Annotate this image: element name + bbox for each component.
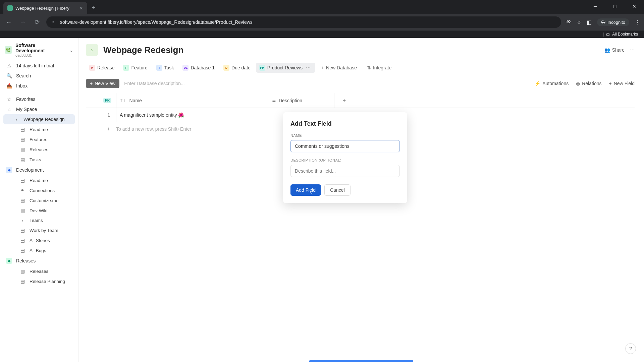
badge-icon: D1 bbox=[182, 65, 189, 71]
sidebar-item-release-planning[interactable]: ▤Release Planning bbox=[3, 276, 75, 286]
sidebar-item-readme-dev[interactable]: ▤Read.me bbox=[3, 175, 75, 185]
tab-product-reviews[interactable]: PRProduct Reviews⋯ bbox=[256, 63, 315, 73]
close-window-button[interactable]: ✕ bbox=[625, 0, 644, 13]
browser-tab[interactable]: Webpage Redesign | Fibery ✕ bbox=[3, 2, 87, 14]
add-column-button[interactable]: + bbox=[334, 93, 354, 108]
sidebar-item-customize[interactable]: ▤Customize.me bbox=[3, 195, 75, 205]
help-button[interactable]: ? bbox=[625, 343, 636, 354]
tab-more-icon[interactable]: ⋯ bbox=[305, 65, 312, 70]
integrate-button[interactable]: ⇅Integrate bbox=[363, 63, 395, 72]
page-title: Webpage Redesign bbox=[103, 45, 183, 55]
chevron-right-icon: › bbox=[19, 218, 25, 223]
window-controls: ─ □ ✕ bbox=[586, 0, 644, 13]
workspace-switcher[interactable]: 🌿 Software Development 6ad8d3d1 ⌄ bbox=[3, 43, 75, 61]
text-icon: T⊤ bbox=[120, 98, 127, 103]
add-field-button[interactable]: Add Field↖ bbox=[290, 184, 321, 196]
side-panel-icon[interactable]: ◧ bbox=[587, 19, 592, 25]
tab-task[interactable]: TTask bbox=[153, 63, 177, 73]
sidebar-item-label: Releases bbox=[30, 147, 48, 152]
inbox-nav[interactable]: 📥Inbox bbox=[3, 81, 75, 91]
database-description-input[interactable]: Enter Database description... bbox=[124, 81, 185, 86]
eye-off-icon[interactable]: 👁 bbox=[566, 19, 571, 25]
trial-notice[interactable]: ⚠14 days left in trial bbox=[3, 61, 75, 71]
sidebar-item-features[interactable]: ▤Features bbox=[3, 134, 75, 144]
field-name-input[interactable] bbox=[290, 140, 400, 152]
sidebar-item-devwiki[interactable]: ▤Dev Wiki bbox=[3, 205, 75, 216]
sidebar-item-label: Connections bbox=[30, 188, 55, 193]
favorites-nav[interactable]: ☆Favorites bbox=[3, 94, 75, 104]
maximize-button[interactable]: □ bbox=[605, 0, 625, 13]
new-field-button[interactable]: +New Field bbox=[609, 81, 635, 86]
new-database-button[interactable]: +New Database bbox=[317, 63, 361, 72]
column-name[interactable]: T⊤Name bbox=[116, 93, 267, 108]
browser-menu-icon[interactable]: ⋮ bbox=[635, 19, 640, 25]
sidebar-item-teams[interactable]: ›Teams bbox=[3, 216, 75, 225]
search-nav[interactable]: 🔍Search bbox=[3, 71, 75, 81]
sidebar-item-label: Teams bbox=[30, 218, 43, 223]
tab-bar: Webpage Redesign | Fibery ✕ + ─ □ ✕ bbox=[0, 0, 644, 14]
sidebar-item-allstories[interactable]: ▤All Stories bbox=[3, 235, 75, 245]
sidebar-section-releases[interactable]: ◆Releases bbox=[3, 255, 75, 266]
row-name-cell[interactable]: A magnificent sample entity 🌺 bbox=[116, 108, 267, 122]
doc-icon: ▤ bbox=[19, 248, 25, 253]
share-button[interactable]: 👥Share bbox=[604, 47, 625, 53]
chevron-down-icon: ⌄ bbox=[69, 47, 73, 53]
plus-icon: + bbox=[609, 81, 612, 86]
section-label: Releases bbox=[16, 258, 36, 263]
sidebar-section-development[interactable]: ◆Development bbox=[3, 165, 75, 175]
my-space-nav[interactable]: ⌂My Space bbox=[3, 104, 75, 114]
tab-label: Task bbox=[164, 65, 174, 70]
back-button[interactable]: ← bbox=[4, 17, 13, 27]
column-description[interactable]: ≣Description bbox=[267, 93, 334, 108]
doc-icon: ▤ bbox=[19, 147, 25, 152]
cancel-button[interactable]: Cancel bbox=[324, 184, 351, 196]
sidebar-item-tasks[interactable]: ▤Tasks bbox=[3, 155, 75, 165]
new-tab-button[interactable]: + bbox=[87, 2, 100, 14]
incognito-badge[interactable]: 🕶 Incognito bbox=[597, 18, 629, 26]
tab-feature[interactable]: FFeature bbox=[120, 63, 151, 73]
sidebar-item-releases2[interactable]: ▤Releases bbox=[3, 266, 75, 276]
all-bookmarks[interactable]: All Bookmarks bbox=[612, 32, 638, 37]
sidebar-item-releases[interactable]: ▤Releases bbox=[3, 144, 75, 155]
sidebar-item-webpage-redesign[interactable]: ›Webpage Redesign bbox=[3, 114, 75, 124]
desc-label: DESCRIPTION (OPTIONAL) bbox=[290, 158, 400, 162]
tab-label: Due date bbox=[231, 65, 251, 70]
sidebar-item-readme[interactable]: ▤Read.me bbox=[3, 124, 75, 134]
sidebar-item-connections[interactable]: ⚭Connections bbox=[3, 185, 75, 195]
more-menu-icon[interactable]: ⋯ bbox=[630, 47, 635, 53]
site-settings-icon[interactable]: ᯤ bbox=[52, 20, 56, 25]
doc-icon: ▤ bbox=[19, 228, 25, 233]
workspace-name: Software Development bbox=[15, 43, 66, 53]
badge-icon: F bbox=[123, 65, 129, 71]
sidebar-item-allbugs[interactable]: ▤All Bugs bbox=[3, 245, 75, 255]
bookmark-star-icon[interactable]: ☆ bbox=[577, 19, 581, 25]
tab-due-date[interactable]: DDue date bbox=[220, 63, 254, 73]
btn-label: Automations bbox=[542, 81, 569, 86]
badge-icon: T bbox=[156, 65, 162, 71]
sidebar-item-label: Customize.me bbox=[30, 198, 58, 203]
url-field[interactable]: ᯤ software-development.fibery.io/fibery/… bbox=[46, 16, 561, 28]
sidebar-item-workbyteam[interactable]: ▤Work by Team bbox=[3, 225, 75, 235]
forward-button[interactable]: → bbox=[18, 17, 28, 27]
favicon-icon bbox=[7, 5, 13, 11]
collapse-sidebar-button[interactable]: › bbox=[86, 44, 98, 56]
field-description-input[interactable] bbox=[290, 165, 400, 177]
badge-icon: PR bbox=[259, 65, 265, 71]
tab-close-icon[interactable]: ✕ bbox=[79, 6, 83, 11]
share-icon: 👥 bbox=[604, 47, 610, 53]
tab-release[interactable]: RRelease bbox=[86, 63, 118, 73]
btn-label: Integrate bbox=[373, 65, 391, 70]
minimize-button[interactable]: ─ bbox=[586, 0, 605, 13]
relations-button[interactable]: ◎Relations bbox=[576, 81, 601, 86]
pr-badge: PR bbox=[103, 98, 111, 103]
table-header: PR T⊤Name ≣Description + bbox=[86, 93, 635, 108]
automations-button[interactable]: ⚡Automations bbox=[535, 81, 569, 86]
tab-database1[interactable]: D1Database 1 bbox=[179, 63, 218, 73]
row-badge-header: PR bbox=[86, 98, 116, 103]
tab-title: Webpage Redesign | Fibery bbox=[15, 6, 69, 11]
sidebar-item-label: Webpage Redesign bbox=[23, 117, 65, 122]
bookmarks-bar: | 🗀 All Bookmarks bbox=[0, 30, 644, 38]
reload-button[interactable]: ⟳ bbox=[32, 17, 42, 27]
doc-icon: ▤ bbox=[19, 238, 25, 243]
new-view-button[interactable]: +New View bbox=[86, 79, 119, 88]
